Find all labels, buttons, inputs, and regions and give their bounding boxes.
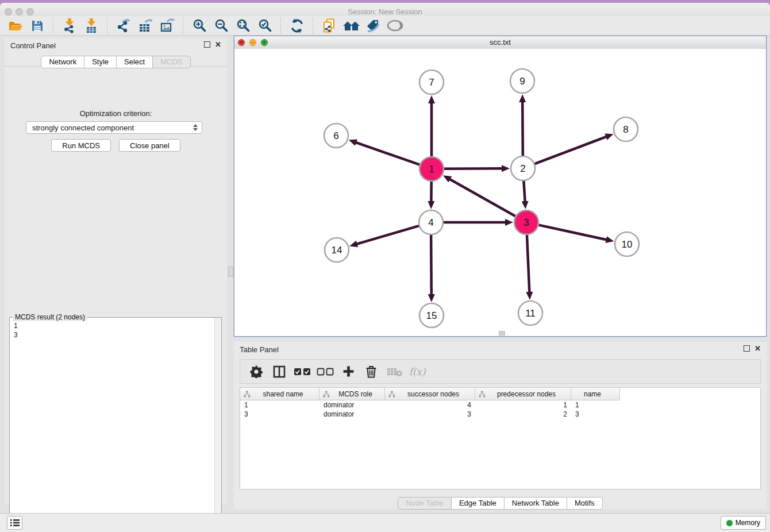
memory-button[interactable]: Memory: [721, 516, 766, 530]
hide-labels-button[interactable]: [363, 17, 383, 35]
zoom-selected-icon: [258, 18, 272, 33]
network-view-window: scc.txt 7968124314101511: [234, 36, 767, 337]
column-type-icon: [479, 391, 486, 398]
tab-style[interactable]: Style: [84, 56, 117, 68]
node-1[interactable]: 1: [419, 157, 444, 181]
show-details-eye-icon: [386, 19, 404, 32]
edge-1-6[interactable]: [349, 140, 420, 165]
deselect-all-button[interactable]: [315, 361, 336, 382]
edge-2-8[interactable]: [535, 134, 614, 164]
node-4[interactable]: 4: [419, 210, 443, 234]
main-toolbar: [0, 16, 770, 36]
zoom-selected-button[interactable]: [255, 17, 275, 35]
table-row[interactable]: 1dominator411: [240, 400, 760, 410]
save-session-button[interactable]: [28, 17, 47, 35]
export-table-button[interactable]: [136, 17, 155, 35]
edge-2-9[interactable]: [519, 94, 526, 156]
node-10[interactable]: 10: [615, 232, 639, 256]
table-tab-motifs[interactable]: Motifs: [567, 497, 603, 510]
node-15[interactable]: 15: [419, 303, 444, 327]
apply-layout-button[interactable]: [287, 17, 307, 35]
table-panel-float-icon[interactable]: [744, 345, 750, 352]
application-window: Session: New Session Control Panel ✕ Net…: [0, 0, 770, 532]
result-scrollbar[interactable]: [214, 318, 221, 529]
table-row[interactable]: 3dominator323: [240, 410, 760, 419]
node-label: 6: [333, 130, 338, 141]
duplicate-network-button[interactable]: [319, 17, 339, 35]
network-graph[interactable]: 7968124314101511: [234, 49, 766, 336]
function-fx-icon: f(x): [409, 366, 425, 377]
table-cell: 3: [571, 410, 620, 419]
run-mcds-button[interactable]: Run MCDS: [51, 139, 111, 152]
edge-3-10[interactable]: [538, 225, 614, 243]
table-panel-close-icon[interactable]: ✕: [754, 345, 761, 352]
column-header-MCDS-role[interactable]: MCDS role: [319, 388, 385, 400]
network-window-title: scc.txt: [234, 36, 766, 48]
column-header-predecessor-nodes[interactable]: predecessor nodes: [475, 388, 571, 400]
columns-icon: [273, 365, 286, 378]
edge-4-15[interactable]: [428, 235, 435, 302]
home-neighbors-button[interactable]: [341, 17, 361, 35]
tab-mcds[interactable]: MCDS: [152, 56, 190, 68]
edge-3-11[interactable]: [526, 235, 533, 300]
edge-1-7[interactable]: [428, 95, 435, 156]
network-window-titlebar[interactable]: scc.txt: [234, 36, 766, 49]
column-header-shared-name[interactable]: shared name: [240, 388, 319, 400]
columns-button[interactable]: [269, 361, 290, 382]
delete-row-button[interactable]: [361, 361, 382, 382]
edge-2-3[interactable]: [522, 181, 529, 209]
show-details-eye-button[interactable]: [385, 17, 405, 35]
control-panel-float-icon[interactable]: [204, 41, 210, 48]
export-image-button[interactable]: [157, 17, 177, 35]
column-label: MCDS role: [332, 390, 384, 398]
network-canvas[interactable]: 7968124314101511: [234, 49, 766, 336]
deselect-all-icon: [317, 367, 334, 376]
edge-4-14[interactable]: [349, 226, 419, 247]
node-11[interactable]: 11: [518, 301, 542, 325]
edge-1-4[interactable]: [428, 182, 434, 209]
task-history-button[interactable]: [7, 516, 22, 530]
frame-resize-handle[interactable]: [499, 331, 505, 336]
tab-select[interactable]: Select: [116, 56, 153, 68]
zoom-out-icon: [214, 18, 229, 33]
import-network-button[interactable]: [60, 17, 79, 35]
mcds-result-list[interactable]: 13: [10, 319, 214, 529]
node-3[interactable]: 3: [514, 210, 538, 234]
gear-button[interactable]: [246, 361, 267, 382]
node-8[interactable]: 8: [614, 117, 638, 141]
import-table-button[interactable]: [82, 17, 101, 35]
zoom-in-button[interactable]: [190, 17, 209, 35]
edge-1-2[interactable]: [444, 165, 510, 172]
criterion-select[interactable]: strongly connected component: [26, 121, 202, 134]
delete-row-icon: [365, 365, 377, 379]
add-row-button[interactable]: [338, 361, 359, 382]
memory-label: Memory: [736, 519, 760, 527]
node-7[interactable]: 7: [419, 70, 444, 94]
node-14[interactable]: 14: [325, 238, 349, 262]
zoom-fit-button[interactable]: [233, 17, 253, 35]
table-tab-node-table[interactable]: Node Table: [398, 497, 452, 510]
node-9[interactable]: 9: [510, 69, 534, 93]
edge-3-1[interactable]: [443, 175, 515, 216]
delete-table-icon: [387, 367, 402, 377]
open-session-button[interactable]: [6, 17, 25, 35]
column-label: name: [571, 390, 619, 398]
toolbar-separator: [183, 18, 184, 34]
control-panel-close-icon[interactable]: ✕: [215, 41, 221, 48]
panel-splitter-grip[interactable]: [228, 267, 233, 277]
node-label: 2: [520, 163, 525, 174]
edge-4-3[interactable]: [444, 219, 513, 226]
node-label: 1: [429, 164, 434, 175]
column-header-name[interactable]: name: [571, 388, 620, 400]
node-6[interactable]: 6: [324, 124, 348, 148]
table-tab-network-table[interactable]: Network Table: [504, 497, 567, 510]
node-2[interactable]: 2: [511, 156, 535, 180]
zoom-out-button[interactable]: [211, 17, 231, 35]
tab-network[interactable]: Network: [41, 56, 84, 68]
node-label: 4: [428, 217, 433, 228]
export-network-button[interactable]: [114, 17, 133, 35]
table-tab-edge-table[interactable]: Edge Table: [451, 497, 505, 510]
select-all-button[interactable]: [292, 361, 313, 382]
close-panel-button[interactable]: Close panel: [119, 139, 180, 152]
column-header-successor-nodes[interactable]: successor nodes: [385, 388, 475, 400]
